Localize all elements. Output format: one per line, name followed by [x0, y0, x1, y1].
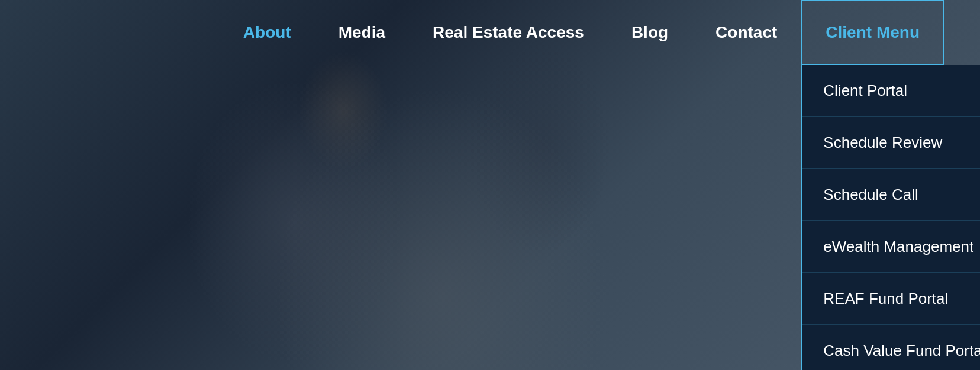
nav-link-media[interactable]: Media — [339, 23, 385, 42]
nav-link-contact[interactable]: Contact — [715, 23, 777, 42]
dropdown-item-ewealth[interactable]: eWealth Management — [802, 221, 980, 273]
dropdown-label-cash-value: Cash Value Fund Portal — [823, 342, 980, 359]
dropdown-item-schedule-call[interactable]: Schedule Call — [802, 169, 980, 221]
nav-item-client-menu[interactable]: Client Menu Client Portal Schedule Revie… — [801, 0, 944, 65]
nav-link-blog[interactable]: Blog — [631, 23, 668, 42]
dropdown-label-schedule-call: Schedule Call — [823, 186, 918, 203]
nav-item-contact[interactable]: Contact — [692, 0, 801, 65]
nav-item-media[interactable]: Media — [315, 0, 409, 65]
dropdown-item-client-portal[interactable]: Client Portal — [802, 65, 980, 117]
nav-link-real-estate[interactable]: Real Estate Access — [433, 23, 584, 42]
dropdown-label-reaf-fund: REAF Fund Portal — [823, 290, 948, 307]
nav-item-real-estate[interactable]: Real Estate Access — [409, 0, 608, 65]
client-menu-dropdown: Client Portal Schedule Review Schedule C… — [801, 65, 980, 370]
dropdown-item-schedule-review[interactable]: Schedule Review — [802, 117, 980, 169]
dropdown-label-client-portal: Client Portal — [823, 82, 907, 99]
dropdown-item-cash-value[interactable]: Cash Value Fund Portal — [802, 325, 980, 370]
dropdown-item-reaf-fund[interactable]: REAF Fund Portal — [802, 273, 980, 325]
nav-item-blog[interactable]: Blog — [608, 0, 692, 65]
nav-link-about[interactable]: About — [243, 23, 291, 42]
nav-item-about[interactable]: About — [220, 0, 315, 65]
navigation: About Media Real Estate Access Blog Cont… — [0, 0, 980, 65]
nav-items: About Media Real Estate Access Blog Cont… — [220, 0, 944, 65]
dropdown-label-schedule-review: Schedule Review — [823, 134, 942, 151]
dropdown-label-ewealth: eWealth Management — [823, 238, 973, 255]
nav-link-client-menu[interactable]: Client Menu — [826, 23, 920, 42]
